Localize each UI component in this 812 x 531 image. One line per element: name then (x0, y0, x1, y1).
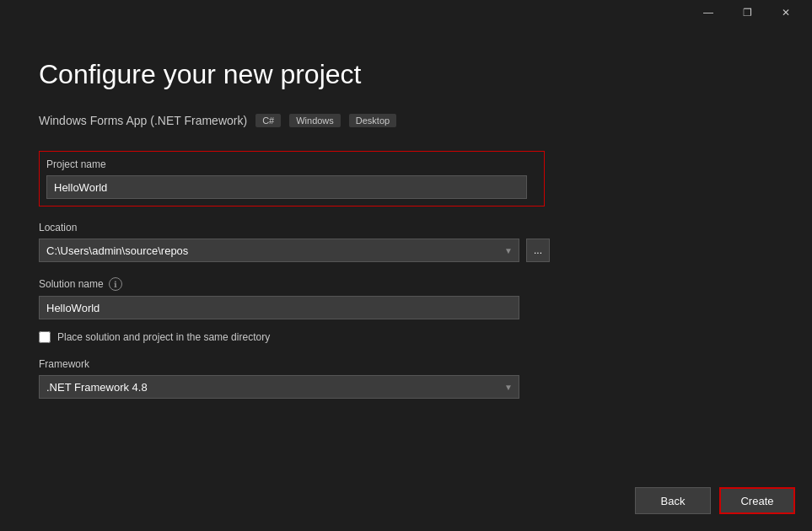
location-select[interactable]: C:\Users\admin\source\repos (39, 239, 519, 262)
same-directory-row: Place solution and project in the same d… (39, 331, 773, 343)
same-directory-label: Place solution and project in the same d… (57, 331, 270, 343)
solution-name-label: Solution name (39, 278, 104, 290)
minimize-button[interactable]: — (689, 0, 728, 25)
solution-name-info-icon[interactable]: ℹ (109, 277, 122, 291)
close-button[interactable]: ✕ (766, 0, 805, 25)
title-bar: — ❐ ✕ (0, 0, 812, 25)
project-type-name: Windows Forms App (.NET Framework) (39, 114, 247, 127)
location-group: Location C:\Users\admin\source\repos ▼ .… (39, 222, 773, 262)
main-content: Configure your new project Windows Forms… (0, 25, 812, 448)
solution-name-group: Solution name ℹ (39, 277, 773, 319)
project-name-group: Project name (39, 151, 773, 206)
solution-name-label-row: Solution name ℹ (39, 277, 773, 291)
framework-group: Framework .NET Framework 4.8 .NET Framew… (39, 358, 773, 399)
maximize-button[interactable]: ❐ (728, 0, 766, 25)
back-button[interactable]: Back (635, 487, 711, 514)
page-title: Configure your new project (39, 59, 773, 90)
project-name-outline: Project name (39, 151, 545, 206)
solution-name-input[interactable] (39, 296, 519, 319)
framework-select[interactable]: .NET Framework 4.8 .NET Framework 4.7.2 … (39, 375, 519, 399)
location-select-wrapper: C:\Users\admin\source\repos ▼ (39, 239, 519, 262)
framework-select-wrapper: .NET Framework 4.8 .NET Framework 4.7.2 … (39, 375, 519, 399)
location-label: Location (39, 222, 773, 233)
same-directory-checkbox[interactable] (39, 331, 51, 343)
create-button[interactable]: Create (719, 487, 795, 514)
project-name-input[interactable] (46, 175, 527, 199)
tag-csharp: C# (255, 114, 281, 127)
project-name-label: Project name (46, 158, 537, 170)
project-type-row: Windows Forms App (.NET Framework) C# Wi… (39, 114, 773, 127)
browse-button[interactable]: ... (526, 239, 550, 262)
bottom-bar: Back Create (635, 487, 795, 514)
framework-label: Framework (39, 358, 773, 370)
location-row: C:\Users\admin\source\repos ▼ ... (39, 239, 773, 262)
tag-windows: Windows (289, 114, 341, 127)
tag-desktop: Desktop (349, 114, 396, 127)
